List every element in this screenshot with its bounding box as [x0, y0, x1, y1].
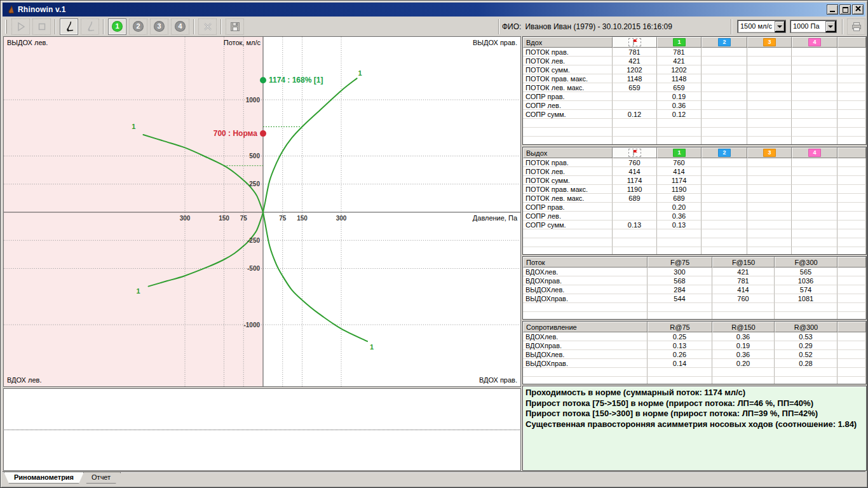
row-label: ВЫДОХправ. [523, 359, 648, 368]
play-icon [15, 20, 27, 33]
row-label: ВДОХлев. [523, 332, 648, 341]
toolbar-separator [498, 19, 499, 34]
table-cell [702, 212, 747, 220]
y-tick-label: 250 [249, 180, 260, 187]
title-bar[interactable]: Rhinowin v.1 [3, 3, 865, 17]
table-cell [837, 83, 866, 92]
y-tick-label: 1000 [246, 97, 261, 104]
clear-button[interactable] [198, 18, 217, 35]
table-cell [747, 83, 792, 92]
table-cell [837, 268, 866, 276]
play-button[interactable] [11, 18, 30, 35]
table-cell: 781 [712, 276, 775, 285]
nose-both-button[interactable] [81, 18, 99, 35]
table-cell [657, 247, 702, 255]
measurement-chip: 4 [808, 38, 821, 46]
tab-rhinomanometry[interactable]: Риноманометрия [4, 472, 84, 484]
table-cell [792, 137, 837, 145]
table-cell [837, 57, 866, 65]
trace-zero-line [4, 430, 520, 430]
table-cell [837, 92, 866, 101]
table-row: ВЫДОХлев.284414574 [523, 285, 866, 294]
table-cell [837, 303, 866, 312]
table-cell [702, 176, 747, 185]
table-cell [837, 185, 866, 194]
table-cell: 414 [657, 167, 702, 176]
toolbar-grip[interactable] [5, 20, 7, 34]
table-row: СОПР сумм.0.130.13 [523, 220, 866, 229]
table-cell [837, 359, 866, 368]
table-cell [837, 137, 866, 145]
row-label: ВДОХправ. [523, 341, 648, 350]
trace-panel [3, 388, 521, 471]
table-cell [613, 203, 657, 212]
close-button[interactable] [852, 4, 864, 15]
table-cell [613, 229, 657, 238]
pressure-scale-dropdown-button[interactable] [825, 20, 836, 32]
table-cell [792, 119, 837, 128]
measurement-2-button[interactable]: 2 [129, 18, 147, 35]
table-cell [792, 158, 837, 167]
table-cell [747, 110, 792, 119]
table-cell [792, 194, 837, 203]
flow-scale-combobox[interactable]: 1500 мл/с [737, 20, 786, 33]
table-header: F@75 [648, 257, 712, 268]
table-cell: 0.20 [657, 203, 702, 212]
table-row: ПОТОК лев.421421 [523, 57, 866, 65]
nose-filled-icon [63, 20, 76, 33]
measurement-3-button[interactable]: 3 [150, 18, 168, 35]
tab-report[interactable]: Отчет [81, 472, 121, 484]
red-flag-icon [628, 38, 641, 46]
table-cell: 0.13 [613, 220, 657, 229]
curve-number-label: 1 [358, 69, 362, 77]
table-cell [702, 92, 747, 101]
table-cell: 300 [648, 268, 712, 276]
maximize-button[interactable] [839, 4, 851, 15]
marker-dot [260, 77, 266, 83]
measurement-4-badge: 4 [175, 21, 186, 32]
measurement-chip: 2 [718, 149, 731, 157]
table-row [523, 229, 866, 238]
table-cell: 414 [613, 167, 657, 176]
minimize-icon [830, 11, 835, 12]
table-row: ВДОХправ.0.130.190.29 [523, 341, 866, 350]
table-cell [747, 247, 792, 255]
table-title: Выдох [523, 147, 613, 158]
curve-number-label: 1 [132, 123, 135, 130]
print-button[interactable] [847, 18, 865, 35]
table-cell [613, 212, 657, 220]
flow-scale-dropdown-button[interactable] [775, 20, 785, 32]
table-header-blank [837, 257, 866, 268]
row-label: ВЫДОХлев. [523, 350, 648, 359]
table-cell: 0.19 [712, 341, 775, 350]
table-cell [792, 247, 837, 255]
row-label [523, 312, 648, 320]
table-cell [837, 128, 866, 137]
toolbar-separator [842, 19, 843, 34]
table-row: ПОТОК прав. макс.11481148 [523, 74, 866, 83]
stop-icon [36, 20, 48, 33]
table-cell [747, 194, 792, 203]
chevron-down-icon [828, 25, 833, 28]
table-cell [837, 194, 866, 203]
nose-single-button[interactable] [60, 18, 78, 35]
table-row: СОПР лев.0.36 [523, 212, 866, 220]
row-label: ПОТОК лев. макс. [523, 194, 613, 203]
table-cell [613, 238, 657, 247]
table-cell [702, 65, 747, 74]
table-cell [747, 167, 792, 176]
stop-button[interactable] [32, 18, 51, 35]
row-label: ВДОХлев. [523, 268, 648, 276]
measurement-1-button[interactable]: 1 [108, 18, 126, 35]
minimize-button[interactable] [827, 4, 838, 15]
table-cell: 1190 [657, 185, 702, 194]
patient-label: ФИО: [502, 22, 521, 31]
table-cell [613, 128, 657, 137]
table-cell [792, 110, 837, 119]
save-button[interactable] [226, 18, 244, 35]
x-tick-label: 300 [336, 215, 347, 222]
row-label: ПОТОК сумм. [523, 65, 613, 74]
pressure-scale-combobox[interactable]: 1000 Па [790, 20, 837, 33]
measurement-4-button[interactable]: 4 [171, 18, 189, 35]
x-tick-label: 300 [180, 215, 191, 222]
